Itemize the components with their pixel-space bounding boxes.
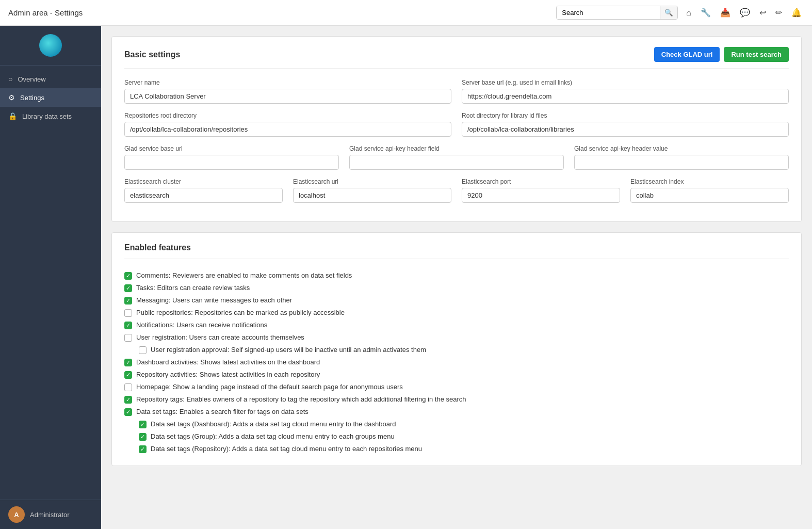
basic-settings-actions: Check GLAD url Run test search: [654, 47, 789, 62]
server-name-label: Server name: [124, 79, 451, 86]
overview-icon: ○: [8, 75, 12, 83]
feature-checkbox[interactable]: ✓: [124, 396, 132, 404]
root-directory-group: Root directory for library id files: [462, 112, 789, 137]
repositories-root-input[interactable]: [124, 122, 451, 137]
feature-item[interactable]: User registration: Users can create acco…: [124, 333, 789, 342]
sidebar-nav: ○ Overview ⚙ Settings 🔒 Library data set…: [0, 66, 101, 500]
feature-item[interactable]: Public repositories: Repositories can be…: [124, 309, 789, 317]
feature-checkbox[interactable]: ✓: [124, 284, 132, 292]
feature-item[interactable]: ✓Tasks: Editors can create review tasks: [124, 284, 789, 292]
enabled-features-title: Enabled features: [124, 243, 191, 252]
wrench-icon[interactable]: 🔧: [699, 6, 713, 20]
form-row-elasticsearch: Elasticsearch cluster Elasticsearch url …: [124, 178, 789, 203]
main-content: Basic settings Check GLAD url Run test s…: [101, 26, 812, 529]
header: Admin area - Settings 🔍 ⌂ 🔧 📥 💬 ↩ ✏ 🔔: [0, 0, 812, 26]
feature-label: Homepage: Show a landing page instead of…: [136, 383, 403, 391]
feature-label: Notifications: Users can receive notific…: [136, 321, 267, 329]
server-name-input[interactable]: [124, 89, 451, 104]
features-list: ✓Comments: Reviewers are enabled to make…: [124, 269, 789, 455]
feature-item[interactable]: ✓Data set tags (Dashboard): Adds a data …: [139, 420, 789, 428]
es-cluster-input[interactable]: [124, 188, 283, 203]
es-port-input[interactable]: [462, 188, 620, 203]
sidebar-item-label: Settings: [20, 94, 44, 102]
feature-label: Data set tags (Dashboard): Adds a data s…: [151, 420, 396, 428]
settings-icon: ⚙: [8, 93, 15, 102]
glad-api-key-field-input[interactable]: [349, 155, 564, 170]
feature-label: Data set tags: Enables a search filter f…: [136, 408, 308, 415]
feature-label: Dashboard activities: Shows latest activ…: [136, 358, 320, 366]
header-icons: ⌂ 🔧 📥 💬 ↩ ✏ 🔔: [684, 6, 804, 20]
es-url-input[interactable]: [293, 188, 451, 203]
form-row-glad: Glad service base url Glad service api-k…: [124, 145, 789, 170]
feature-checkbox[interactable]: ✓: [124, 297, 132, 304]
inbox-icon[interactable]: 📥: [718, 6, 733, 20]
feature-checkbox[interactable]: ✓: [124, 322, 132, 329]
repositories-root-label: Repositories root directory: [124, 112, 451, 119]
server-base-url-input[interactable]: [462, 89, 789, 104]
sidebar-item-library[interactable]: 🔒 Library data sets: [0, 107, 101, 125]
chat-icon[interactable]: 💬: [738, 6, 752, 20]
server-name-group: Server name: [124, 79, 451, 104]
feature-checkbox[interactable]: ✓: [124, 272, 132, 280]
feature-checkbox[interactable]: ✓: [139, 421, 147, 428]
feature-label: Repository tags: Enables owners of a rep…: [136, 395, 466, 403]
feature-item[interactable]: ✓Repository activities: Shows latest act…: [124, 371, 789, 379]
feature-item[interactable]: ✓Repository tags: Enables owners of a re…: [124, 395, 789, 404]
feature-item[interactable]: Homepage: Show a landing page instead of…: [124, 383, 789, 391]
home-icon[interactable]: ⌂: [684, 6, 693, 20]
feature-label: Public repositories: Repositories can be…: [136, 309, 345, 316]
basic-settings-header: Basic settings Check GLAD url Run test s…: [124, 47, 789, 69]
feature-checkbox[interactable]: ✓: [124, 408, 132, 416]
feature-label: Comments: Reviewers are enabled to make …: [136, 271, 352, 279]
feature-item[interactable]: ✓Data set tags (Repository): Adds a data…: [139, 445, 789, 453]
feature-label: Messaging: Users can write messages to e…: [136, 296, 292, 304]
feature-item[interactable]: ✓Notifications: Users can receive notifi…: [124, 321, 789, 329]
feature-item[interactable]: ✓Data set tags (Group): Adds a data set …: [139, 432, 789, 441]
sidebar-item-overview[interactable]: ○ Overview: [0, 70, 101, 88]
root-directory-input[interactable]: [462, 122, 789, 137]
glad-api-key-value-input[interactable]: [574, 155, 789, 170]
feature-checkbox[interactable]: [124, 309, 132, 317]
check-glad-url-button[interactable]: Check GLAD url: [654, 47, 720, 62]
run-test-search-button[interactable]: Run test search: [724, 47, 789, 62]
feature-item[interactable]: ✓Data set tags: Enables a search filter …: [124, 408, 789, 416]
es-port-group: Elasticsearch port: [462, 178, 620, 203]
glad-base-url-group: Glad service base url: [124, 145, 339, 170]
glad-base-url-input[interactable]: [124, 155, 339, 170]
edit-icon[interactable]: ✏: [773, 6, 784, 20]
server-base-url-group: Server base url (e.g. used in email link…: [462, 79, 789, 104]
feature-item[interactable]: ✓Comments: Reviewers are enabled to make…: [124, 271, 789, 280]
search-button[interactable]: 🔍: [660, 6, 677, 19]
feature-label: Repository activities: Shows latest acti…: [136, 371, 320, 378]
username-label: Administrator: [30, 511, 70, 519]
es-cluster-label: Elasticsearch cluster: [124, 178, 283, 185]
glad-api-key-value-label: Glad service api-key header value: [574, 145, 789, 152]
search-bar[interactable]: 🔍: [556, 6, 678, 20]
basic-settings-title: Basic settings: [124, 50, 180, 59]
feature-checkbox[interactable]: [139, 346, 147, 354]
feature-item[interactable]: ✓Dashboard activities: Shows latest acti…: [124, 358, 789, 366]
avatar: A: [8, 506, 25, 523]
feature-checkbox[interactable]: [124, 334, 132, 342]
sidebar-footer: A Administrator: [0, 500, 101, 529]
feature-checkbox[interactable]: ✓: [139, 433, 147, 441]
feature-label: Data set tags (Repository): Adds a data …: [151, 445, 422, 453]
es-url-label: Elasticsearch url: [293, 178, 451, 185]
enabled-features-card: Enabled features ✓Comments: Reviewers ar…: [111, 232, 802, 466]
glad-api-key-field-group: Glad service api-key header field: [349, 145, 564, 170]
feature-item[interactable]: User registration approval: Self signed-…: [139, 346, 789, 354]
feature-checkbox[interactable]: ✓: [124, 371, 132, 379]
signout-icon[interactable]: ↩: [757, 6, 768, 20]
search-input[interactable]: [557, 6, 660, 19]
sidebar-item-settings[interactable]: ⚙ Settings: [0, 88, 101, 107]
feature-item[interactable]: ✓Messaging: Users can write messages to …: [124, 296, 789, 304]
server-base-url-label: Server base url (e.g. used in email link…: [462, 79, 789, 86]
bell-icon[interactable]: 🔔: [789, 6, 804, 20]
page-title: Admin area - Settings: [8, 8, 556, 17]
feature-checkbox[interactable]: ✓: [139, 445, 147, 453]
feature-checkbox[interactable]: [124, 383, 132, 391]
es-index-input[interactable]: [630, 188, 789, 203]
feature-checkbox[interactable]: ✓: [124, 359, 132, 366]
sidebar: ○ Overview ⚙ Settings 🔒 Library data set…: [0, 26, 101, 529]
feature-label: Data set tags (Group): Adds a data set t…: [151, 432, 395, 440]
